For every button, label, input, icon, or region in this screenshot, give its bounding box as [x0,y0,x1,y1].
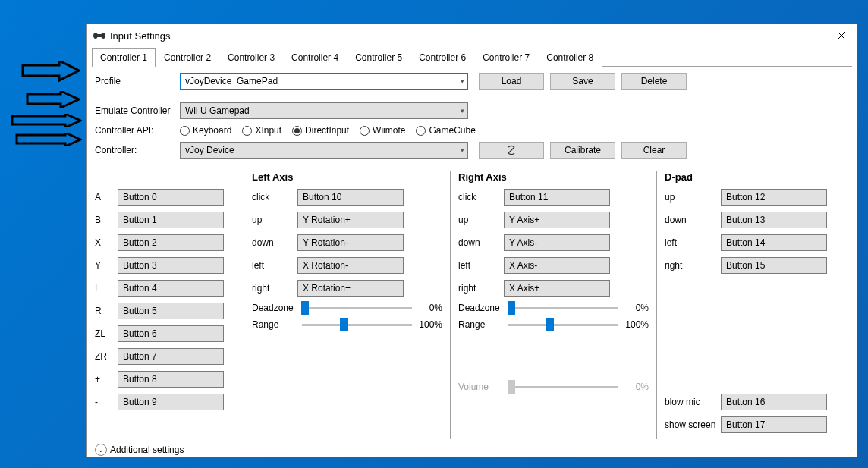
api-radio-gamecube[interactable]: GameCube [416,125,475,136]
right-deadzone-slider[interactable]: Deadzone 0% [458,303,649,313]
chevron-down-icon: ▾ [461,107,464,115]
map-label: ZR [95,351,118,362]
api-radio-keyboard[interactable]: Keyboard [180,125,231,136]
api-radio-wiimote[interactable]: Wiimote [360,125,405,136]
map-label: blow mic [665,397,721,407]
controller-label: Controller: [95,145,174,155]
tab-controller-1[interactable]: Controller 1 [92,48,156,67]
titlebar: Input Settings [87,24,857,47]
map-label: ZL [95,328,118,339]
map-label: click [252,192,297,203]
map-label: down [252,237,297,248]
map-label: - [95,397,118,407]
refresh-button[interactable] [479,142,544,159]
close-button[interactable] [826,24,857,47]
tab-controller-6[interactable]: Controller 6 [410,48,474,67]
map-label: right [458,283,504,294]
map-input-click[interactable]: Button 10 [297,189,404,206]
tab-controller-3[interactable]: Controller 3 [219,48,283,67]
map-input-left[interactable]: X Axis- [504,257,610,274]
right-axis-title: Right Axis [458,171,649,183]
left-deadzone-label: Deadzone [252,303,297,313]
map-input-up[interactable]: Y Axis+ [504,212,610,228]
map-label: left [252,260,297,271]
api-radios: KeyboardXInputDirectInputWiimoteGameCube [180,125,476,136]
map-input-A[interactable]: Button 0 [118,189,224,206]
additional-settings-label: Additional settings [110,444,184,455]
map-input--[interactable]: Button 9 [118,394,224,410]
load-button[interactable]: Load [479,73,544,90]
map-label: down [665,215,721,225]
save-button[interactable]: Save [550,73,615,90]
map-label: B [95,215,118,225]
map-input-up[interactable]: Y Rotation+ [297,212,404,228]
tab-controller-5[interactable]: Controller 5 [347,48,410,67]
map-label: Y [95,260,118,271]
left-range-slider[interactable]: Range 100% [252,319,442,330]
map-label: down [458,237,504,248]
volume-label: Volume [458,382,504,392]
tab-controller-8[interactable]: Controller 8 [538,48,602,67]
map-input-+[interactable]: Button 8 [118,371,224,388]
map-input-left[interactable]: Button 14 [721,234,827,251]
map-label: R [95,306,118,316]
right-range-slider[interactable]: Range 100% [458,319,649,330]
map-input-click[interactable]: Button 11 [504,189,610,206]
map-label: up [458,215,504,225]
map-label: X [95,237,118,248]
api-radio-xinput[interactable]: XInput [242,125,281,136]
left-deadzone-value: 0% [417,303,442,313]
controller-combo[interactable]: vJoy Device ▾ [180,142,468,159]
map-input-right[interactable]: X Axis+ [504,280,610,297]
left-range-label: Range [252,319,297,330]
api-label: Controller API: [95,125,174,136]
right-range-value: 100% [623,319,649,330]
calibrate-button[interactable]: Calibrate [550,142,615,159]
map-label: A [95,192,118,203]
emulate-value: Wii U Gamepad [185,105,250,116]
volume-value: 0% [623,382,649,392]
map-input-B[interactable]: Button 1 [118,212,224,228]
dpad-title: D-pad [665,171,831,183]
map-input-ZL[interactable]: Button 6 [118,325,224,342]
map-input-blow-mic[interactable]: Button 16 [721,394,827,410]
map-label: + [95,374,118,385]
profile-input[interactable] [185,76,463,86]
tab-controller-2[interactable]: Controller 2 [156,48,219,67]
profile-combo[interactable]: ▾ [180,73,468,90]
map-input-R[interactable]: Button 5 [118,303,224,319]
additional-settings-toggle[interactable]: ⌄ Additional settings [95,444,849,456]
emulate-label: Emulate Controller [95,105,174,116]
chevron-down-icon: ▾ [461,146,464,154]
map-input-show-screen[interactable]: Button 17 [721,416,827,433]
api-radio-directinput[interactable]: DirectInput [292,125,349,136]
emulate-combo[interactable]: Wii U Gamepad ▾ [180,102,468,119]
tab-controller-7[interactable]: Controller 7 [474,48,538,67]
map-label: L [95,283,118,294]
map-input-L[interactable]: Button 4 [118,280,224,297]
delete-button[interactable]: Delete [621,73,687,90]
map-input-Y[interactable]: Button 3 [118,257,224,274]
clear-button[interactable]: Clear [621,142,687,159]
map-label: up [252,215,297,225]
left-deadzone-slider[interactable]: Deadzone 0% [252,303,442,313]
map-input-right[interactable]: X Rotation+ [297,280,404,297]
map-label: left [665,237,721,248]
map-input-ZR[interactable]: Button 7 [118,348,224,365]
controller-value: vJoy Device [185,145,234,155]
map-input-up[interactable]: Button 12 [721,189,827,206]
map-label: left [458,260,504,271]
left-axis-title: Left Axis [252,171,442,183]
tab-controller-4[interactable]: Controller 4 [283,48,347,67]
map-label: right [252,283,297,294]
map-label: up [665,192,721,203]
map-input-down[interactable]: Y Axis- [504,234,610,251]
map-input-down[interactable]: Button 13 [721,212,827,228]
map-input-left[interactable]: X Rotation- [297,257,404,274]
map-input-X[interactable]: Button 2 [118,234,224,251]
refresh-icon [506,145,517,155]
profile-label: Profile [95,76,174,86]
map-input-right[interactable]: Button 15 [721,257,827,274]
map-input-down[interactable]: Y Rotation- [297,234,404,251]
right-deadzone-label: Deadzone [458,303,504,313]
